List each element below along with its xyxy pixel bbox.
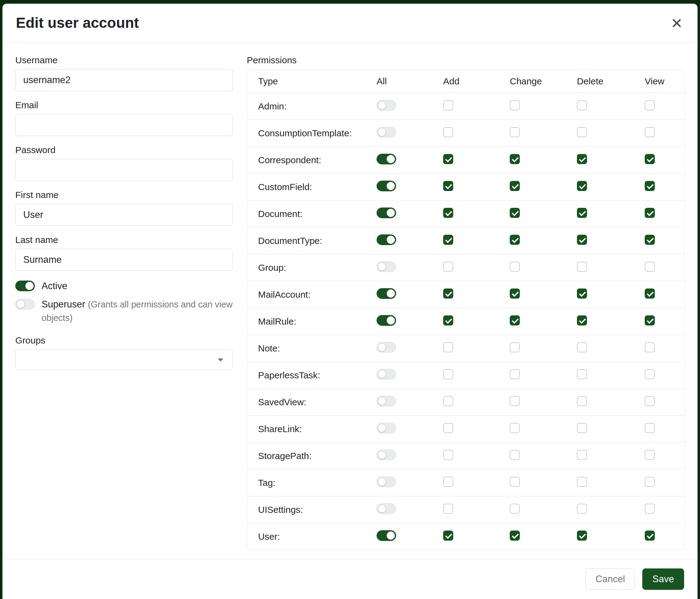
perm-view-checkbox[interactable] <box>645 262 655 272</box>
perm-change-checkbox[interactable] <box>510 181 520 191</box>
perm-view-checkbox[interactable] <box>645 504 655 514</box>
perm-change-checkbox[interactable] <box>510 423 520 433</box>
perm-add-checkbox[interactable] <box>443 315 453 326</box>
password-field[interactable] <box>15 159 233 181</box>
perm-delete-checkbox[interactable] <box>577 208 587 218</box>
perm-all-toggle[interactable] <box>377 369 396 380</box>
perm-change-checkbox[interactable] <box>510 342 520 352</box>
perm-change-checkbox[interactable] <box>510 127 520 137</box>
perm-all-toggle[interactable] <box>377 342 396 353</box>
perm-view-checkbox[interactable] <box>645 342 655 352</box>
perm-view-checkbox[interactable] <box>645 450 655 460</box>
perm-delete-checkbox[interactable] <box>577 100 587 110</box>
perm-delete-checkbox[interactable] <box>577 396 587 406</box>
perm-delete-checkbox[interactable] <box>577 154 587 164</box>
perm-change-checkbox[interactable] <box>510 396 520 406</box>
perm-add-checkbox[interactable] <box>443 530 453 541</box>
perm-all-toggle[interactable] <box>377 503 396 514</box>
perm-change-checkbox[interactable] <box>510 369 520 379</box>
perm-view-checkbox[interactable] <box>645 315 655 326</box>
perm-all-toggle[interactable] <box>377 234 396 245</box>
perm-add-checkbox[interactable] <box>443 181 453 191</box>
perm-add-checkbox[interactable] <box>443 504 453 514</box>
perm-change-checkbox[interactable] <box>510 477 520 487</box>
perm-delete-checkbox[interactable] <box>577 235 587 245</box>
perm-all-toggle[interactable] <box>377 127 396 138</box>
perm-view-checkbox[interactable] <box>645 100 655 110</box>
perm-delete-checkbox[interactable] <box>577 504 587 514</box>
perm-all-toggle[interactable] <box>377 100 396 111</box>
perm-add-checkbox[interactable] <box>443 477 453 487</box>
perm-view-checkbox[interactable] <box>645 208 655 218</box>
perm-delete-checkbox[interactable] <box>577 477 587 487</box>
last-name-field[interactable] <box>15 249 233 271</box>
perm-delete-checkbox[interactable] <box>577 342 587 352</box>
perm-change-checkbox[interactable] <box>510 262 520 272</box>
perm-view-checkbox[interactable] <box>645 127 655 137</box>
superuser-toggle[interactable] <box>15 299 35 310</box>
perm-change-checkbox[interactable] <box>510 315 520 326</box>
perm-view-checkbox[interactable] <box>645 235 655 245</box>
perm-change-checkbox[interactable] <box>510 235 520 245</box>
perm-view-checkbox[interactable] <box>645 154 655 164</box>
perm-all-toggle[interactable] <box>377 315 396 326</box>
perm-all-toggle[interactable] <box>377 530 396 541</box>
close-icon[interactable]: × <box>670 14 684 32</box>
perm-view-checkbox[interactable] <box>645 181 655 191</box>
perm-view-checkbox[interactable] <box>645 477 655 487</box>
perm-all-toggle[interactable] <box>377 476 396 487</box>
perm-add-checkbox[interactable] <box>443 396 453 406</box>
perm-all-toggle[interactable] <box>377 181 396 191</box>
perm-change-checkbox[interactable] <box>510 530 520 541</box>
perm-add-checkbox[interactable] <box>443 369 453 379</box>
first-name-field[interactable] <box>15 204 233 226</box>
perm-all-toggle[interactable] <box>377 288 396 299</box>
perm-delete-checkbox[interactable] <box>577 262 587 272</box>
perm-add-checkbox[interactable] <box>443 127 453 137</box>
perm-view-checkbox[interactable] <box>645 423 655 433</box>
perm-add-checkbox[interactable] <box>443 342 453 352</box>
perm-delete-checkbox[interactable] <box>577 530 587 541</box>
modal-header: Edit user account × <box>2 4 698 43</box>
perm-change-checkbox[interactable] <box>510 208 520 218</box>
perm-add-checkbox[interactable] <box>443 235 453 245</box>
perm-all-toggle[interactable] <box>377 396 396 406</box>
perm-add-checkbox[interactable] <box>443 100 453 110</box>
perm-all-toggle[interactable] <box>377 154 396 164</box>
perm-add-checkbox[interactable] <box>443 450 453 460</box>
perm-add-checkbox[interactable] <box>443 423 453 433</box>
permission-row: Admin: <box>247 93 684 119</box>
perm-delete-checkbox[interactable] <box>577 423 587 433</box>
perm-delete-checkbox[interactable] <box>577 127 587 137</box>
perm-add-checkbox[interactable] <box>443 154 453 164</box>
perm-view-checkbox[interactable] <box>645 530 655 541</box>
perm-type-label: Tag: <box>258 478 377 488</box>
perm-view-checkbox[interactable] <box>645 369 655 379</box>
perm-delete-checkbox[interactable] <box>577 369 587 379</box>
perm-change-checkbox[interactable] <box>510 288 520 298</box>
perm-change-checkbox[interactable] <box>510 504 520 514</box>
perm-view-checkbox[interactable] <box>645 396 655 406</box>
toggle-knob <box>378 451 386 459</box>
perm-add-checkbox[interactable] <box>443 288 453 298</box>
active-toggle[interactable] <box>15 281 35 291</box>
groups-select[interactable] <box>15 349 233 370</box>
perm-change-checkbox[interactable] <box>510 154 520 164</box>
username-input[interactable] <box>15 69 233 91</box>
perm-delete-checkbox[interactable] <box>577 181 587 191</box>
perm-delete-checkbox[interactable] <box>577 450 587 460</box>
perm-delete-checkbox[interactable] <box>577 288 587 298</box>
perm-change-checkbox[interactable] <box>510 100 520 110</box>
cancel-button[interactable]: Cancel <box>585 569 635 590</box>
perm-change-checkbox[interactable] <box>510 450 520 460</box>
save-button[interactable]: Save <box>642 569 684 590</box>
email-field[interactable] <box>15 114 233 136</box>
perm-add-checkbox[interactable] <box>443 208 453 218</box>
perm-all-toggle[interactable] <box>377 208 396 218</box>
perm-all-toggle[interactable] <box>377 423 396 433</box>
perm-all-toggle[interactable] <box>377 261 396 272</box>
perm-view-checkbox[interactable] <box>645 288 655 298</box>
perm-add-checkbox[interactable] <box>443 262 453 272</box>
perm-all-toggle[interactable] <box>377 450 396 460</box>
perm-delete-checkbox[interactable] <box>577 315 587 326</box>
